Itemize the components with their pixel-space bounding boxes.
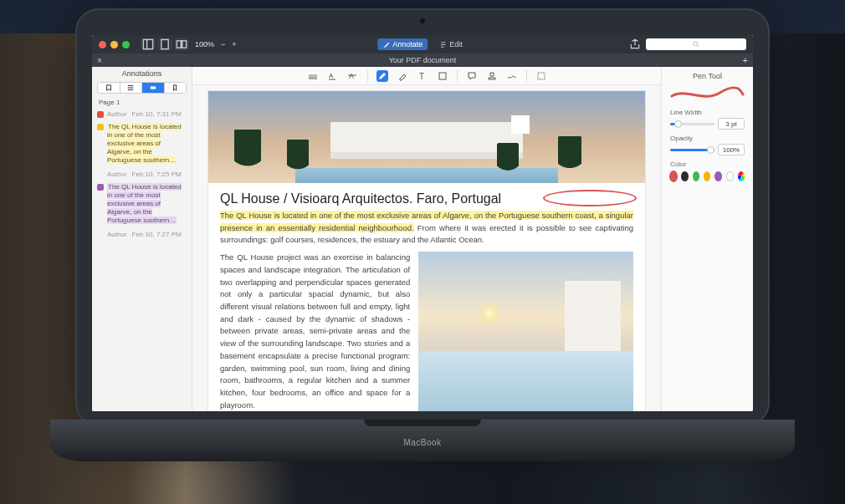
svg-rect-7 bbox=[151, 86, 156, 89]
strikethrough-tool[interactable]: A bbox=[347, 70, 359, 82]
sidebar-tab-outline[interactable] bbox=[98, 83, 120, 93]
annotation-time: Feb 10, 7:25 PM bbox=[132, 171, 182, 178]
hero-image bbox=[208, 91, 645, 183]
laptop-frame: 100% − + Annotate Edit bbox=[75, 8, 770, 476]
color-label: Color bbox=[670, 160, 745, 168]
color-swatch-purple[interactable] bbox=[714, 171, 721, 181]
svg-text:T: T bbox=[419, 72, 424, 81]
highlight-annotation-icon bbox=[97, 124, 104, 130]
document-image bbox=[418, 252, 633, 411]
window-controls bbox=[92, 41, 136, 48]
svg-rect-14 bbox=[439, 73, 446, 79]
note-tool[interactable] bbox=[466, 70, 478, 82]
sidebar-title: Annotations bbox=[92, 67, 192, 80]
line-width-slider[interactable] bbox=[670, 123, 714, 125]
annotation-author: Author bbox=[107, 231, 127, 238]
color-swatch-white[interactable] bbox=[726, 171, 734, 181]
laptop-base: MacBook bbox=[50, 420, 795, 461]
edit-mode-button[interactable]: Edit bbox=[434, 38, 468, 50]
toolbar-separator bbox=[367, 70, 368, 82]
sidebar-page-label: Page 1 bbox=[92, 95, 192, 108]
close-tab-button[interactable]: × bbox=[97, 56, 102, 65]
highlight-tool[interactable] bbox=[307, 70, 319, 82]
opacity-slider[interactable] bbox=[670, 149, 714, 151]
svg-rect-0 bbox=[143, 39, 152, 48]
annotation-item[interactable]: The QL House is located in one of the mo… bbox=[92, 181, 192, 241]
document-area: A A T bbox=[192, 67, 661, 411]
svg-rect-15 bbox=[538, 73, 545, 79]
pdf-page: QL House / Visioarq Arquitectos. Faro, P… bbox=[207, 90, 646, 411]
annotation-time: Feb 10, 7:27 PM bbox=[132, 231, 182, 238]
ribbon-icon bbox=[172, 84, 178, 91]
annotation-time: Feb 10, 7:31 PM bbox=[132, 110, 182, 118]
zoom-level[interactable]: 100% bbox=[195, 40, 214, 48]
close-window-button[interactable] bbox=[99, 41, 106, 48]
app-body: Annotations Page 1 AuthorFeb 10, 7:31 PM bbox=[92, 67, 753, 411]
underline-tool[interactable]: A bbox=[327, 70, 339, 82]
annotation-excerpt: The QL House is located in one of the mo… bbox=[107, 183, 182, 224]
document-tabbar: × Your PDF document + bbox=[92, 53, 753, 67]
color-swatch-orange[interactable] bbox=[704, 171, 710, 181]
toolbar-separator bbox=[526, 70, 527, 82]
laptop-bezel: 100% − + Annotate Edit bbox=[75, 8, 770, 426]
opacity-label: Opacity bbox=[670, 135, 745, 142]
sidebar-toggle-button[interactable] bbox=[141, 38, 155, 50]
document-paragraph: The QL House is located in one of the mo… bbox=[208, 210, 645, 252]
annotate-label: Annotate bbox=[392, 40, 422, 48]
tool-inspector: Pen Tool Line Width 3 pt Opacity bbox=[661, 67, 753, 411]
line-width-label: Line Width bbox=[670, 109, 745, 116]
view-mode-buttons bbox=[141, 38, 188, 50]
svg-rect-2 bbox=[161, 39, 168, 48]
toolbar-separator bbox=[457, 70, 458, 82]
document-tab-title[interactable]: Your PDF document bbox=[389, 56, 457, 64]
color-swatch-custom[interactable] bbox=[738, 171, 745, 181]
signature-tool[interactable] bbox=[506, 70, 518, 82]
edit-label: Edit bbox=[449, 40, 463, 48]
sidebar-tabs bbox=[97, 82, 187, 94]
color-swatch-green[interactable] bbox=[693, 171, 699, 181]
svg-rect-3 bbox=[177, 41, 181, 48]
highlight-annotation-icon bbox=[97, 184, 104, 191]
app-window: 100% − + Annotate Edit bbox=[92, 35, 753, 411]
sidebar-tab-bookmarks[interactable] bbox=[165, 83, 187, 93]
select-tool[interactable] bbox=[535, 70, 547, 82]
stamp-tool[interactable] bbox=[486, 70, 498, 82]
opacity-value[interactable]: 100% bbox=[718, 144, 745, 155]
camera-dot bbox=[420, 18, 425, 23]
search-input[interactable] bbox=[646, 38, 746, 50]
minimize-window-button[interactable] bbox=[110, 41, 118, 48]
svg-rect-4 bbox=[182, 41, 187, 48]
zoom-window-button[interactable] bbox=[122, 41, 130, 48]
svg-text:A: A bbox=[349, 72, 354, 80]
annotations-sidebar: Annotations Page 1 AuthorFeb 10, 7:31 PM bbox=[92, 67, 192, 411]
annotation-item[interactable]: AuthorFeb 10, 7:31 PM bbox=[92, 108, 192, 120]
sidebar-tab-annotations[interactable] bbox=[142, 83, 165, 93]
sidebar-tab-thumbnails[interactable] bbox=[120, 83, 143, 93]
document-paragraph: The QL House project was an exercise in … bbox=[220, 252, 410, 411]
color-swatch-black[interactable] bbox=[681, 171, 688, 181]
zoom-controls: 100% − + bbox=[193, 40, 238, 48]
document-heading: QL House / Visioarq Arquitectos. Faro, P… bbox=[208, 183, 645, 210]
annotation-author: Author bbox=[107, 110, 127, 118]
svg-line-6 bbox=[697, 45, 699, 47]
laptop-brand: MacBook bbox=[403, 438, 441, 447]
zoom-in-button[interactable]: + bbox=[232, 40, 236, 48]
share-button[interactable] bbox=[629, 38, 641, 50]
single-page-button[interactable] bbox=[158, 38, 172, 50]
shape-tool[interactable] bbox=[437, 70, 448, 82]
zoom-out-button[interactable]: − bbox=[221, 40, 225, 48]
text-tool[interactable]: T bbox=[417, 70, 428, 82]
annotate-mode-button[interactable]: Annotate bbox=[377, 38, 428, 50]
line-width-value[interactable]: 3 pt bbox=[718, 118, 745, 130]
new-tab-button[interactable]: + bbox=[743, 55, 748, 65]
list-icon bbox=[127, 84, 134, 91]
annotation-author: Author bbox=[107, 171, 127, 178]
titlebar: 100% − + Annotate Edit bbox=[92, 35, 753, 53]
pen-ellipse-annotation[interactable] bbox=[543, 190, 637, 206]
eraser-tool[interactable] bbox=[397, 70, 408, 82]
two-page-button[interactable] bbox=[175, 38, 188, 50]
page-scroll-area[interactable]: QL House / Visioarq Arquitectos. Faro, P… bbox=[192, 85, 661, 411]
pen-tool[interactable] bbox=[376, 70, 388, 82]
color-swatch-red[interactable] bbox=[670, 171, 677, 181]
annotation-item[interactable]: The QL House is located in one of the mo… bbox=[92, 120, 192, 181]
